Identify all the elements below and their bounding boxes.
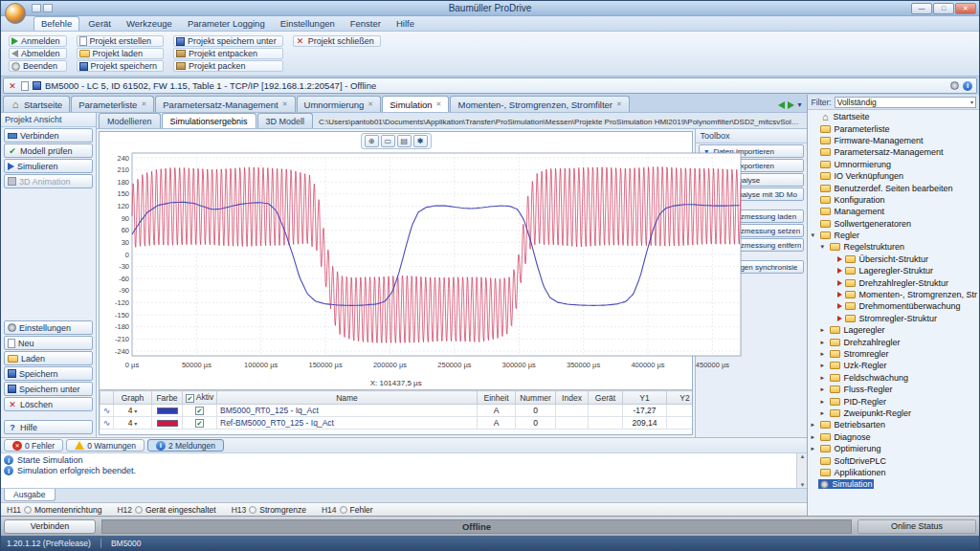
device-save-icon[interactable]	[33, 81, 41, 90]
einstellungen-button[interactable]: Einstellungen	[4, 320, 93, 335]
tree-item-feldschwächung[interactable]: ▸Feldschwächung	[808, 372, 979, 384]
menu-item-hilfe[interactable]: Hilfe	[390, 17, 421, 31]
tree-item-parametersatz-management[interactable]: Parametersatz-Management	[808, 146, 979, 158]
connect-button[interactable]: Verbinden	[4, 519, 96, 534]
tree-item-betriebsarten[interactable]: ▸Betriebsarten	[808, 419, 979, 430]
expander-icon[interactable]: ▸	[811, 421, 818, 429]
active-cell[interactable]: ✔	[183, 417, 217, 430]
active-checkbox[interactable]: ✔	[195, 419, 204, 428]
settings-button[interactable]	[413, 135, 428, 147]
projekt-speichern-unter-button[interactable]: Projekt speichern unter	[173, 35, 283, 47]
active-cell[interactable]: ✔	[183, 405, 217, 417]
projekt-erstellen-button[interactable]: Projekt erstellen	[77, 35, 165, 47]
doctab-3d-modell[interactable]: 3D Modell	[257, 113, 314, 128]
expander-icon[interactable]: ▸	[820, 362, 828, 369]
expander-icon[interactable]: ▸	[820, 398, 828, 406]
expander-icon[interactable]: ▸	[820, 339, 828, 346]
tree-item-firmware-management[interactable]: Firmware-Management	[808, 135, 979, 146]
expander-icon[interactable]: ▸	[820, 409, 828, 417]
filter-select[interactable]: Vollständig ▾	[835, 97, 976, 108]
expander-icon[interactable]: ▸	[820, 374, 828, 382]
menu-item-werkzeuge[interactable]: Werkzeuge	[120, 17, 179, 31]
doctab-modellieren[interactable]: Modellieren	[99, 113, 161, 128]
tree-item-optimierung[interactable]: ▸Optimierung	[808, 443, 979, 454]
tree-item-umnormierung[interactable]: Umnormierung	[808, 159, 979, 170]
tree-item-pid-regler[interactable]: ▸PID-Regler	[808, 395, 979, 407]
tab-parameterliste[interactable]: Parameterliste✕	[71, 96, 154, 112]
app-logo-icon[interactable]	[5, 3, 26, 24]
graph-cell[interactable]: 4▾	[114, 405, 152, 417]
modell-prüfen-button[interactable]: Modell prüfen	[4, 143, 93, 158]
tree-item-konfiguration[interactable]: Konfiguration	[808, 194, 979, 206]
tab-list-icon[interactable]: ▾	[797, 101, 801, 109]
projekt-speichern-button[interactable]: Projekt speichern	[77, 60, 165, 72]
tree-item-benutzerdef-seiten-bearbeiten[interactable]: Benutzerdef. Seiten bearbeiten	[808, 182, 979, 193]
color-cell[interactable]	[152, 417, 183, 430]
projekt-packen-button[interactable]: Projekt packen	[173, 60, 283, 72]
expander-icon[interactable]: ▸	[820, 326, 828, 334]
löschen-button[interactable]: Löschen	[4, 397, 93, 411]
0-warnungen-tab[interactable]: 0 Warnungen	[66, 439, 145, 452]
neu-button[interactable]: Neu	[4, 336, 93, 350]
menu-item-fenster[interactable]: Fenster	[344, 17, 388, 31]
projekt-entpacken-button[interactable]: Projekt entpacken	[173, 48, 283, 59]
scroll-up-icon[interactable]: ▲	[799, 453, 805, 459]
minimize-button[interactable]: —	[911, 3, 932, 14]
rect-select-button[interactable]	[381, 135, 395, 147]
tree-item-zweipunkt-regler[interactable]: ▸Zweipunkt-Regler	[808, 408, 979, 419]
tree-item-drehzahlregler[interactable]: ▸Drehzahlregler	[808, 336, 979, 347]
doctab-simulationsergebnis[interactable]: Simulationsergebnis	[162, 113, 256, 128]
active-checkbox[interactable]: ✔	[195, 407, 204, 415]
2-meldungen-tab[interactable]: 2 Meldungen	[147, 439, 224, 452]
menu-item-gerät[interactable]: Gerät	[81, 17, 118, 31]
forward-icon[interactable]	[788, 101, 794, 109]
disconnect-device-icon[interactable]	[8, 81, 17, 91]
tree-item-übersicht-struktur[interactable]: Übersicht-Struktur	[808, 253, 979, 265]
tab-simulation[interactable]: Simulation✕	[382, 96, 449, 112]
back-icon[interactable]	[778, 101, 785, 109]
menu-item-einstellungen[interactable]: Einstellungen	[274, 17, 342, 31]
projekt-laden-button[interactable]: Projekt laden	[77, 48, 165, 59]
expander-icon[interactable]: ▸	[820, 350, 828, 358]
tree-item-softdriveplc[interactable]: SoftDrivePLC	[808, 454, 979, 466]
expander-icon[interactable]: ▸	[811, 445, 818, 452]
dropdown-icon[interactable]: ▾	[134, 408, 137, 414]
tree-item-regler[interactable]: ▾Regler	[808, 230, 979, 241]
close-tab-icon[interactable]: ✕	[436, 100, 442, 108]
tree-item-lageregler[interactable]: ▸Lageregler	[808, 324, 979, 336]
tree-item-simulation[interactable]: Simulation	[808, 478, 979, 490]
speichern-button[interactable]: Speichern	[4, 366, 93, 381]
online-status-button[interactable]: Online Status	[858, 519, 976, 534]
grid-button[interactable]	[397, 135, 412, 147]
dropdown-icon[interactable]: ▾	[134, 421, 137, 427]
beenden-button[interactable]: Beenden	[9, 60, 67, 72]
tree-item-parameterliste[interactable]: Parameterliste	[808, 122, 979, 134]
message-scrollbar[interactable]: ▲ ▼	[796, 453, 807, 488]
tree-item-lageregler-struktur[interactable]: Lageregler-Struktur	[808, 265, 979, 276]
menu-item-parameter-logging[interactable]: Parameter Logging	[181, 17, 272, 31]
tree-item-drehmomentüberwachung[interactable]: Drehmomentüberwachung	[808, 300, 979, 312]
crosshair-button[interactable]	[365, 135, 379, 147]
tab-umnormierung[interactable]: Umnormierung✕	[297, 96, 382, 112]
menu-item-befehle[interactable]: Befehle	[33, 16, 79, 31]
tree-item-uzk-regler[interactable]: ▸Uzk-Regler	[808, 360, 979, 371]
title-bar[interactable]: Baumüller ProDrive — □ ✕	[1, 1, 979, 16]
projekt-schließen-button[interactable]: Projekt schließen	[293, 35, 381, 47]
laden-button[interactable]: Laden	[4, 351, 93, 365]
quick-save-icon[interactable]	[32, 4, 41, 12]
tree-item-momenten-stromgrenzen-str[interactable]: Momenten-, Stromgrenzen, Str	[808, 289, 979, 300]
speichern-unter-button[interactable]: Speichern unter	[4, 382, 93, 396]
aktiv-all-checkbox[interactable]: ✔	[186, 394, 194, 403]
device-page-icon[interactable]	[21, 81, 29, 91]
tree-item-io-verknüpfungen[interactable]: IO Verknüpfungen	[808, 170, 979, 182]
tree-item-management[interactable]: Management	[808, 206, 979, 217]
tree-item-applikationen[interactable]: Applikationen	[808, 467, 979, 478]
quick-undo-icon[interactable]	[43, 4, 53, 12]
0-fehler-tab[interactable]: 0 Fehler	[4, 439, 63, 452]
tree-item-stromregler-struktur[interactable]: Stromregler-Struktur	[808, 313, 979, 324]
verbinden-button[interactable]: Verbinden	[4, 128, 93, 143]
tree-item-regelstrukturen[interactable]: ▾Regelstrukturen	[808, 241, 979, 253]
expander-icon[interactable]: ▾	[811, 231, 818, 239]
close-tab-icon[interactable]: ✕	[141, 100, 146, 108]
tree-item-fluss-regler[interactable]: ▸Fluss-Regler	[808, 384, 979, 395]
